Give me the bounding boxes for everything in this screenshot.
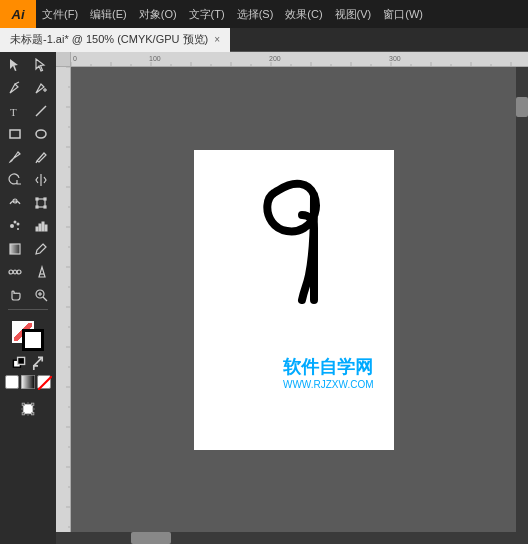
free-transform-tool[interactable] xyxy=(28,192,54,214)
artwork-svg xyxy=(224,160,344,360)
swap-colors-button[interactable] xyxy=(30,355,46,371)
direct-select-tool[interactable] xyxy=(28,54,54,76)
rectangle-tool[interactable] xyxy=(2,123,28,145)
pencil-tool[interactable] xyxy=(28,146,54,168)
scrollbar-vertical[interactable] xyxy=(516,67,528,532)
menu-file[interactable]: 文件(F) xyxy=(36,0,84,28)
svg-rect-24 xyxy=(45,225,47,231)
svg-rect-16 xyxy=(44,206,46,208)
artboard-tool[interactable] xyxy=(15,398,41,420)
svg-rect-14 xyxy=(44,198,46,200)
tab-bar: 未标题-1.ai* @ 150% (CMYK/GPU 预览) × xyxy=(0,28,528,52)
menu-window[interactable]: 窗口(W) xyxy=(377,0,429,28)
menu-effect[interactable]: 效果(C) xyxy=(279,0,328,28)
svg-rect-41 xyxy=(32,413,34,415)
color-boxes xyxy=(10,321,46,351)
artboard: 软件自学网 WWW.RJZXW.COM xyxy=(194,150,394,450)
default-colors-button[interactable] xyxy=(11,355,27,371)
scrollbar-h-container xyxy=(56,532,528,544)
svg-text:T: T xyxy=(10,106,17,118)
tool-row-gradient xyxy=(0,238,56,260)
svg-rect-40 xyxy=(22,413,24,415)
svg-marker-0 xyxy=(10,59,18,71)
warp-tool[interactable] xyxy=(2,192,28,214)
tool-row-pen xyxy=(0,77,56,99)
tool-row-symbol xyxy=(0,215,56,237)
scrollbar-horizontal[interactable] xyxy=(71,532,516,544)
document-tab[interactable]: 未标题-1.ai* @ 150% (CMYK/GPU 预览) × xyxy=(0,28,230,52)
svg-rect-46 xyxy=(71,52,528,67)
svg-line-6 xyxy=(36,106,46,116)
app-logo: Ai xyxy=(0,0,36,28)
svg-point-26 xyxy=(9,270,13,274)
watermark-title: 软件自学网 xyxy=(283,355,374,379)
tool-row-shape xyxy=(0,123,56,145)
stroke-color-box[interactable] xyxy=(22,329,44,351)
line-tool[interactable] xyxy=(28,100,54,122)
menu-text[interactable]: 文字(T) xyxy=(183,0,231,28)
ruler-vertical xyxy=(56,67,71,532)
gradient-tool[interactable] xyxy=(2,238,28,260)
blend-tool[interactable] xyxy=(2,261,28,283)
artboard-section xyxy=(15,398,41,420)
svg-point-17 xyxy=(10,224,14,228)
svg-text:100: 100 xyxy=(149,55,161,62)
svg-text:300: 300 xyxy=(389,55,401,62)
menu-edit[interactable]: 编辑(E) xyxy=(84,0,133,28)
rotate-tool[interactable] xyxy=(2,169,28,191)
graph-tool[interactable] xyxy=(28,215,54,237)
svg-rect-21 xyxy=(36,227,38,231)
symbol-tool[interactable] xyxy=(2,215,28,237)
ellipse-tool[interactable] xyxy=(28,123,54,145)
select-tool[interactable] xyxy=(2,54,28,76)
canvas-wrapper: 0 100 200 300 xyxy=(56,52,528,544)
zoom-tool[interactable] xyxy=(28,284,54,306)
scrollbar-v-thumb[interactable] xyxy=(516,97,528,117)
svg-rect-23 xyxy=(42,222,44,231)
color-section xyxy=(3,317,53,393)
pen-tool[interactable] xyxy=(2,77,28,99)
tool-row-brush xyxy=(0,146,56,168)
add-anchor-tool[interactable] xyxy=(28,77,54,99)
menu-object[interactable]: 对象(O) xyxy=(133,0,183,28)
svg-rect-13 xyxy=(36,198,38,200)
reflect-tool[interactable] xyxy=(28,169,54,191)
scrollbar-h-right xyxy=(516,532,528,544)
svg-point-20 xyxy=(14,221,17,224)
svg-rect-22 xyxy=(39,224,41,231)
svg-rect-15 xyxy=(36,206,38,208)
title-bar: Ai 文件(F) 编辑(E) 对象(O) 文字(T) 选择(S) 效果(C) 视… xyxy=(0,0,528,28)
svg-line-36 xyxy=(38,376,52,390)
svg-rect-34 xyxy=(17,357,24,364)
svg-text:200: 200 xyxy=(269,55,281,62)
menu-bar: 文件(F) 编辑(E) 对象(O) 文字(T) 选择(S) 效果(C) 视图(V… xyxy=(36,0,528,28)
toolbar-separator xyxy=(8,309,48,310)
svg-marker-1 xyxy=(36,59,44,71)
tab-close-button[interactable]: × xyxy=(214,34,220,45)
tool-row-type: T xyxy=(0,100,56,122)
paintbrush-tool[interactable] xyxy=(2,146,28,168)
scrollbar-h-thumb[interactable] xyxy=(131,532,171,544)
menu-select[interactable]: 选择(S) xyxy=(231,0,280,28)
canvas-area[interactable]: 软件自学网 WWW.RJZXW.COM xyxy=(71,67,516,532)
ruler-horizontal: 0 100 200 300 xyxy=(71,52,528,67)
ruler-corner xyxy=(56,52,71,67)
gradient-mode-button[interactable] xyxy=(21,375,35,389)
type-tool[interactable]: T xyxy=(2,100,28,122)
svg-line-30 xyxy=(43,297,47,301)
svg-rect-74 xyxy=(56,67,71,532)
eyedropper-tool[interactable] xyxy=(28,238,54,260)
svg-point-8 xyxy=(36,130,46,138)
watermark-url: WWW.RJZXW.COM xyxy=(283,379,374,390)
svg-rect-39 xyxy=(32,403,34,405)
svg-rect-7 xyxy=(10,130,20,138)
color-mode-button[interactable] xyxy=(5,375,19,389)
menu-view[interactable]: 视图(V) xyxy=(329,0,378,28)
tool-row-blend xyxy=(0,261,56,283)
hand-tool[interactable] xyxy=(2,284,28,306)
svg-line-2 xyxy=(15,82,19,84)
svg-line-9 xyxy=(36,161,37,163)
svg-rect-38 xyxy=(22,403,24,405)
none-mode-button[interactable] xyxy=(37,375,51,389)
live-paint-tool[interactable] xyxy=(28,261,54,283)
